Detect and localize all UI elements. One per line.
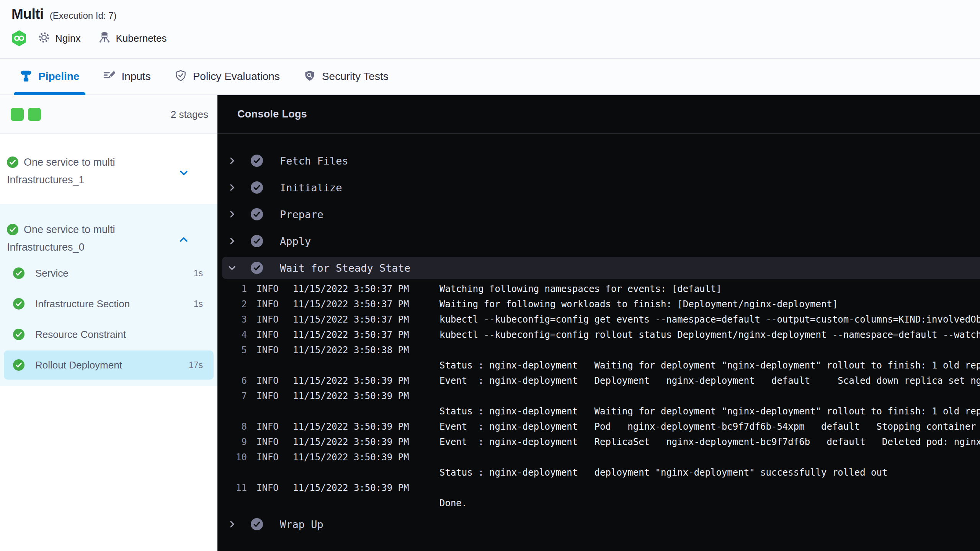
log-line-number: 2	[224, 299, 247, 310]
chevron-right-icon[interactable]	[227, 237, 237, 245]
log-line: 10INFO11/15/2022 3:50:39 PM	[217, 450, 980, 465]
tab-pipeline[interactable]: Pipeline	[16, 59, 83, 95]
stage-header[interactable]: One service to multi Infrastructures_0	[0, 204, 217, 258]
step-item-infrastructure-section[interactable]: Infrastructure Section 1s	[0, 289, 217, 319]
log-message: Done.	[433, 498, 980, 509]
stage-header[interactable]: One service to multi Infrastructures_1	[0, 134, 217, 191]
chevron-right-icon[interactable]	[227, 156, 237, 165]
log-line-number: 8	[224, 421, 247, 432]
step-name: Resource Constraint	[35, 329, 203, 341]
tab-inputs-label: Inputs	[121, 70, 150, 83]
step-item-resource-constraint[interactable]: Resource Constraint	[0, 319, 217, 350]
log-timestamp: 11/15/2022 3:50:39 PM	[293, 452, 423, 463]
log-line: 6INFO11/15/2022 3:50:39 PMEvent : nginx-…	[217, 373, 980, 388]
log-section-initialize[interactable]: Initialize	[217, 174, 980, 201]
log-level: INFO	[256, 391, 283, 401]
chevron-down-icon[interactable]	[178, 168, 189, 180]
stage-title: One service to multi Infrastructures_1	[7, 155, 181, 187]
log-line: 3INFO11/15/2022 3:50:37 PMkubectl --kube…	[217, 312, 980, 327]
log-level: INFO	[256, 437, 283, 447]
log-line: 2INFO11/15/2022 3:50:37 PMWaiting for fo…	[217, 297, 980, 312]
infrastructure-icon	[98, 31, 111, 46]
section-label: Wait for Steady State	[280, 262, 410, 274]
log-level: INFO	[256, 375, 283, 386]
log-line-number: 9	[224, 437, 247, 447]
log-level: INFO	[256, 314, 283, 325]
log-message: Event : nginx-deployment ReplicaSet ngin…	[433, 437, 980, 447]
log-section-apply[interactable]: Apply	[217, 228, 980, 254]
stage-count-label: 2 stages	[171, 109, 208, 121]
pipeline-execution-page: Multi (Execution Id: 7)	[0, 0, 980, 551]
success-check-icon	[251, 262, 263, 274]
section-label: Apply	[280, 235, 311, 247]
log-timestamp: 11/15/2022 3:50:39 PM	[293, 483, 423, 493]
chevron-right-icon[interactable]	[227, 520, 237, 528]
log-line: 8INFO11/15/2022 3:50:39 PMEvent : nginx-…	[217, 419, 980, 434]
success-check-icon	[7, 224, 18, 240]
log-message: Status : nginx-deployment deployment "ng…	[433, 467, 980, 478]
step-duration: 1s	[194, 268, 203, 279]
step-item-rollout-deployment[interactable]: Rollout Deployment 17s	[4, 350, 214, 380]
log-message: Watching following namespaces for events…	[433, 284, 980, 294]
log-message: kubectl --kubeconfig=config rollout stat…	[433, 329, 980, 340]
log-line-number: 10	[224, 452, 247, 463]
stage-status-square-1[interactable]	[11, 108, 24, 121]
success-check-icon	[7, 156, 18, 172]
log-line: 9INFO11/15/2022 3:50:39 PMEvent : nginx-…	[217, 434, 980, 450]
log-timestamp: 11/15/2022 3:50:39 PM	[293, 421, 423, 432]
step-duration: 17s	[189, 360, 203, 370]
log-message: Event : nginx-deployment Pod nginx-deplo…	[433, 421, 980, 432]
console-body: Fetch Files Initialize	[217, 134, 980, 551]
chevron-up-icon[interactable]	[178, 234, 189, 246]
chevron-down-icon[interactable]	[227, 264, 237, 272]
infrastructure-name: Kubernetes	[116, 33, 167, 44]
log-message: Event : nginx-deployment Deployment ngin…	[433, 375, 980, 386]
success-check-icon	[13, 329, 24, 340]
log-section-prepare[interactable]: Prepare	[217, 201, 980, 228]
section-label: Prepare	[280, 209, 323, 220]
log-level: INFO	[256, 483, 283, 493]
log-section-wrap-up[interactable]: Wrap Up	[217, 511, 980, 538]
log-line-number: 5	[224, 345, 247, 355]
stage-item-infrastructures-1[interactable]: One service to multi Infrastructures_1	[0, 134, 217, 204]
success-check-icon	[251, 181, 263, 194]
log-message: Status : nginx-deployment Waiting for de…	[433, 406, 980, 417]
log-timestamp: 11/15/2022 3:50:37 PM	[293, 299, 423, 310]
tab-policy-evaluations[interactable]: Policy Evaluations	[171, 59, 284, 95]
log-level: INFO	[256, 452, 283, 463]
log-level: INFO	[256, 329, 283, 340]
execution-meta-row: Nginx	[11, 30, 980, 47]
log-line-number: 6	[224, 375, 247, 386]
step-name: Infrastructure Section	[35, 298, 194, 310]
service-name: Nginx	[55, 33, 80, 44]
execution-tab-bar: Pipeline Inputs	[0, 59, 980, 95]
log-line-number: 1	[224, 284, 247, 294]
log-section-wait-for-steady-state[interactable]: Wait for Steady State	[222, 257, 980, 279]
execution-header: Multi (Execution Id: 7)	[0, 0, 980, 59]
log-line-number: 7	[224, 391, 247, 401]
step-item-service[interactable]: Service 1s	[0, 258, 217, 289]
log-line-number: 4	[224, 329, 247, 340]
console-title: Console Logs	[237, 108, 307, 120]
log-level: INFO	[256, 421, 283, 432]
chevron-right-icon[interactable]	[227, 183, 237, 192]
log-line: 4INFO11/15/2022 3:50:37 PMkubectl --kube…	[217, 327, 980, 342]
tab-security-tests[interactable]: Security Tests	[300, 59, 392, 95]
log-section-fetch-files[interactable]: Fetch Files	[217, 147, 980, 174]
tab-policy-evaluations-label: Policy Evaluations	[193, 70, 280, 83]
log-level: INFO	[256, 345, 283, 355]
step-name: Rollout Deployment	[35, 359, 189, 371]
log-level: INFO	[256, 284, 283, 294]
stage-status-square-2[interactable]	[28, 108, 41, 121]
success-check-icon	[251, 155, 263, 167]
chevron-right-icon[interactable]	[227, 210, 237, 218]
log-message: Status : nginx-deployment Waiting for de…	[433, 360, 980, 371]
success-check-icon	[251, 518, 263, 530]
gear-icon	[38, 31, 51, 46]
log-line-number: 11	[224, 483, 247, 493]
infrastructure-meta[interactable]: Kubernetes	[98, 31, 167, 46]
log-timestamp: 11/15/2022 3:50:37 PM	[293, 284, 423, 294]
service-meta[interactable]: Nginx	[38, 31, 80, 46]
tab-inputs[interactable]: Inputs	[99, 59, 154, 95]
log-message: Waiting for following workloads to finis…	[433, 299, 980, 310]
